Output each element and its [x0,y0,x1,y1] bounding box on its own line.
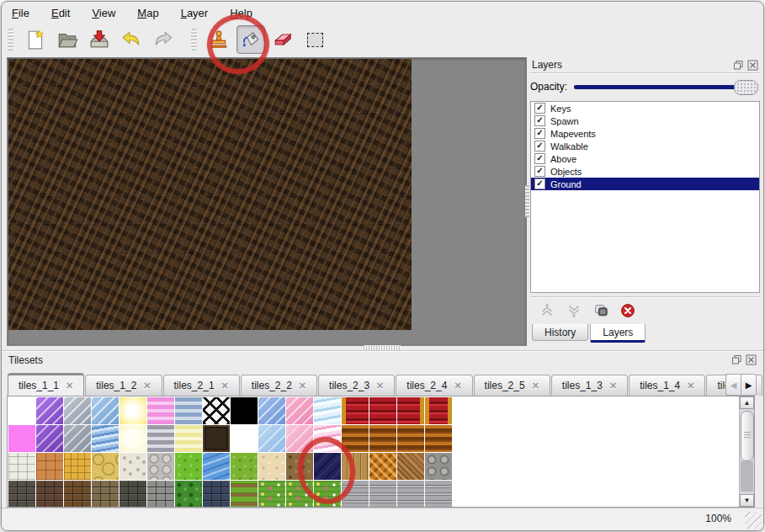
scroll-down-icon[interactable]: ▼ [740,494,754,507]
tile-glass-pink-s[interactable] [286,425,313,452]
tile-planks-v[interactable] [342,453,369,480]
layer-checkbox[interactable]: ✓ [534,115,545,126]
eraser-tool-button[interactable] [268,25,297,54]
tile-pebble-gray[interactable] [147,453,174,480]
layer-list[interactable]: ✓Keys✓Spawn✓Mapevents✓Walkable✓Above✓Obj… [530,101,760,293]
tile-glass-purple2[interactable] [36,425,63,452]
tile-stripe-orange[interactable] [425,425,452,452]
tile-lattice[interactable] [203,397,230,424]
tab-close-icon[interactable]: ✕ [66,380,73,391]
fill-tool-button[interactable] [236,25,265,54]
layer-checkbox[interactable]: ✓ [534,141,545,152]
map-canvas[interactable] [8,59,412,330]
tile-grass-flowers[interactable] [286,481,313,508]
layer-row-above[interactable]: ✓Above [531,152,759,165]
toolbar-grip-2[interactable] [191,29,197,51]
tile-sand[interactable] [258,453,285,480]
tileset-tab-tiles_2_5[interactable]: tiles_2_5✕ [474,375,550,396]
layer-row-keys[interactable]: ✓Keys [531,102,759,114]
tab-scroll-left-button[interactable]: ◀ [725,374,741,396]
tile-path-white[interactable] [8,453,35,480]
layer-checkbox[interactable]: ✓ [534,128,545,139]
tileset-tab-tiles_1_2[interactable]: tiles_1_2✕ [85,375,162,396]
tile-dirt[interactable] [286,453,313,480]
tile-wall-brown[interactable] [64,481,91,508]
tile-grass-flowers[interactable] [314,481,341,508]
tile-stripe-orange[interactable] [397,425,424,452]
tab-close-icon[interactable]: ✕ [143,380,151,391]
float-panel-icon[interactable] [733,60,744,71]
tab-close-icon[interactable]: ✕ [454,380,461,391]
tile-glass-purple[interactable] [36,397,63,424]
tile-stripe-gray[interactable] [147,425,174,452]
tile-stripe-yellow[interactable] [175,425,202,452]
tile-logs[interactable] [425,453,452,480]
tile-scrollbar[interactable]: ▲ ▼ [739,396,754,507]
tile-glass-pink[interactable] [286,397,313,424]
map-viewport[interactable] [7,57,527,346]
tile-tile-gold[interactable] [64,453,91,480]
tile-stripe-pink[interactable] [147,397,174,424]
tileset-tab-tiles_1_1[interactable]: tiles_1_1✕ [8,373,84,396]
redo-button[interactable] [149,25,178,54]
tile-herringbone[interactable] [397,453,424,480]
close-panel-icon[interactable] [746,354,757,365]
tile-hedge[interactable] [175,481,202,508]
open-button[interactable] [53,25,82,54]
tile-wall-darkpebble[interactable] [120,481,146,508]
tile-glow-pale[interactable] [120,425,146,452]
tile-empty[interactable] [8,397,35,424]
opacity-slider[interactable] [574,80,758,93]
tile-sign[interactable] [203,425,230,452]
layer-row-walkable[interactable]: ✓Walkable [531,140,759,152]
tileset-tab-tiles_2_4[interactable]: tiles_2_4✕ [396,375,472,396]
tile-stripe-blue[interactable] [175,397,202,424]
tile-empty[interactable] [231,425,258,452]
tab-scroll-right-button[interactable]: ▶ [741,374,757,396]
tile-curtain-gr[interactable] [397,397,424,424]
tile-curtain[interactable] [369,397,396,424]
scroll-up-icon[interactable]: ▲ [740,396,754,409]
layer-row-ground[interactable]: ✓Ground [531,178,759,190]
tab-layers[interactable]: Layers [590,324,645,343]
tile-stripe-orange[interactable] [342,425,369,452]
tile-navy[interactable] [314,453,341,480]
menu-layer[interactable]: Layer [181,7,209,19]
tile-stripe-orange[interactable] [369,425,396,452]
tile-water-blue[interactable] [92,425,119,452]
float-panel-icon[interactable] [731,354,742,365]
stamp-tool-button[interactable] [205,25,233,54]
tile-glass-blue-s[interactable] [258,425,285,452]
menu-help[interactable]: Help [230,7,252,19]
menu-edit[interactable]: Edit [51,7,70,19]
layer-checkbox[interactable]: ✓ [534,178,545,189]
layer-row-objects[interactable]: ✓Objects [531,165,759,178]
tab-close-icon[interactable]: ✕ [221,380,229,391]
tile-path-grass[interactable] [231,481,258,508]
tile-stone-orange[interactable] [36,453,63,480]
menu-map[interactable]: Map [137,7,158,19]
tile-black[interactable] [231,397,258,424]
menu-view[interactable]: View [92,7,115,19]
menu-file[interactable]: File [12,7,29,19]
tile-wall-tan[interactable] [92,481,119,508]
layer-row-spawn[interactable]: ✓Spawn [531,114,759,127]
tile-wall-blue[interactable] [203,481,230,508]
tile-glass-gray2[interactable] [64,425,91,452]
tile-pebble-white[interactable] [120,453,146,480]
tile-wall-graybrick[interactable] [147,481,174,508]
duplicate-layer-button[interactable] [592,302,609,319]
tile-glass-blue[interactable] [92,397,119,424]
scrollbar-track-shade[interactable] [741,461,753,492]
save-button[interactable] [85,25,114,54]
scrollbar-thumb[interactable] [741,411,754,461]
tile-wall-redbrown[interactable] [36,481,63,508]
tab-close-icon[interactable]: ✕ [687,380,694,391]
tile-planks-gray[interactable] [342,481,369,508]
opacity-slider-handle[interactable] [734,80,758,95]
tile-path-yellow[interactable] [92,453,119,480]
close-panel-icon[interactable] [747,60,758,71]
undo-button[interactable] [117,25,146,54]
layer-move-up-button[interactable] [539,302,555,319]
tile-glass-gray[interactable] [64,397,91,424]
